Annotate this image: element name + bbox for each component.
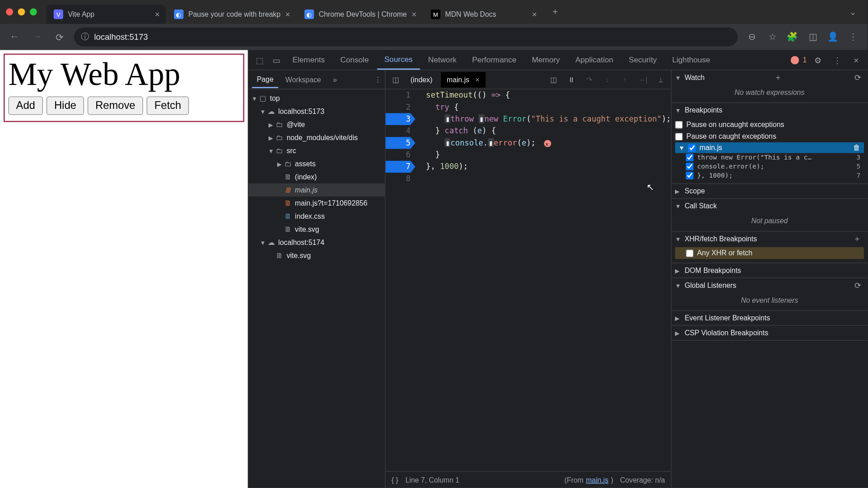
tree-row[interactable]: 🗎vite.svg [249,249,385,262]
navigator-tab-workspace[interactable]: Workspace [281,72,326,87]
editor-tab-mainjs[interactable]: main.js × [441,72,486,87]
code-line[interactable]: setTimeout(() => { [426,89,671,101]
tree-row[interactable]: ▼☁localhost:5173 [249,105,385,118]
tab-sources[interactable]: Sources [377,50,420,70]
tab-security[interactable]: Security [622,51,664,69]
address-bar[interactable]: ⓘ localhost:5173 [74,28,737,47]
browser-tab[interactable]: M MDN Web Docs × [424,5,543,24]
more-icon[interactable]: ⋮ [830,52,845,67]
add-button[interactable]: Add [8,97,42,115]
remove-button[interactable]: Remove [88,97,143,115]
tab-console[interactable]: Console [333,51,376,69]
reload-icon[interactable]: ⟳ [51,28,68,45]
tree-row[interactable]: 🗎main.js [249,183,385,197]
gutter-line[interactable]: 6 [386,149,410,161]
hide-button[interactable]: Hide [47,97,84,115]
error-badge-icon[interactable] [791,56,799,64]
inspect-icon[interactable]: ⬚ [252,52,267,67]
site-info-icon[interactable]: ⓘ [81,32,89,42]
navigator-more-icon[interactable]: ⋮ [374,75,382,84]
sidepanel-icon[interactable]: ◫ [804,28,821,45]
code-line[interactable]: }, 1000); [426,161,671,173]
add-watch-icon[interactable]: ＋ [772,72,785,83]
tab-network[interactable]: Network [421,51,463,69]
close-icon[interactable]: × [849,52,864,67]
csp-bp-section[interactable]: ▶CSP Violation Breakpoints [671,326,868,340]
toggle-navigator-icon[interactable]: ◫ [389,73,402,86]
gutter-line[interactable]: 5 [386,137,410,149]
deactivate-breakpoints-icon[interactable]: ⟂ [654,73,667,86]
code-line[interactable]: try { [426,101,671,113]
tree-row[interactable]: ▼🗀src [249,144,385,157]
code-line[interactable]: ▮throw ▮new Error("This is a caught exce… [426,113,671,125]
browser-tab[interactable]: ◐ Chrome DevTools | Chrome × [297,5,423,24]
close-icon[interactable]: × [155,9,160,19]
back-icon[interactable]: ← [6,28,23,45]
code-editor[interactable]: 12345678 setTimeout(() => { try { ▮throw… [386,89,671,471]
close-window-icon[interactable] [6,8,13,15]
xhr-any-checkbox[interactable]: Any XHR or fetch [675,247,864,259]
pause-caught-checkbox[interactable]: Pause on caught exceptions [675,131,864,142]
tab-performance[interactable]: Performance [465,51,524,69]
menu-icon[interactable]: ⋮ [845,28,862,45]
tab-application[interactable]: Application [568,51,620,69]
step-icon[interactable]: →| [637,73,650,86]
editor-tab-index[interactable]: (index) [405,72,439,87]
gutter-line[interactable]: 4 [386,125,410,137]
scope-section[interactable]: ▶Scope [671,184,868,198]
gutter-line[interactable]: 8 [386,173,410,184]
step-over-icon[interactable]: ↷ [583,73,596,86]
step-out-icon[interactable]: ↑ [618,73,632,86]
refresh-listeners-icon[interactable]: ⟳ [852,281,864,290]
navigator-tab-page[interactable]: Page [252,71,278,88]
close-icon[interactable]: × [475,75,479,84]
tree-row[interactable]: ▼▢top [249,92,385,105]
code-line[interactable]: } [426,149,671,161]
bookmark-icon[interactable]: ☆ [764,28,781,45]
tree-row[interactable]: ▶🗀@vite [249,118,385,131]
source-from-link[interactable]: main.js [586,475,609,483]
file-tree[interactable]: ▼▢top▼☁localhost:5173▶🗀@vite▶🗀node_modul… [249,89,385,488]
tree-row[interactable]: ▶🗀assets [249,157,385,170]
watch-section[interactable]: ▼Watch ＋ ⟳ [671,70,868,85]
close-icon[interactable]: × [532,9,537,19]
gutter-line[interactable]: 3 [386,113,410,125]
code-line[interactable]: } catch (e) { [426,125,671,137]
profile-icon[interactable]: 👤 [825,28,841,45]
breakpoints-section[interactable]: ▼Breakpoints [671,103,868,117]
breakpoint-item[interactable]: }, 1000);7 [675,171,864,180]
tab-lighthouse[interactable]: Lighthouse [665,51,717,69]
delete-icon[interactable]: 🗑 [853,144,860,152]
breakpoint-file[interactable]: ▼ main.js 🗑 [675,142,864,153]
global-listeners-section[interactable]: ▼Global Listeners⟳ [671,278,868,293]
add-xhr-icon[interactable]: ＋ [851,234,864,244]
event-listener-bp-section[interactable]: ▶Event Listener Breakpoints [671,311,868,325]
navigator-overflow[interactable]: » [328,72,342,87]
forward-icon[interactable]: → [28,28,45,45]
code-line[interactable] [426,173,671,184]
device-toggle-icon[interactable]: ▭ [269,52,284,67]
dombp-section[interactable]: ▶DOM Breakpoints [671,263,868,278]
extensions-icon[interactable]: 🧩 [784,28,801,45]
tree-row[interactable]: 🗎vite.svg [249,223,385,236]
braces-icon[interactable]: { } [392,475,398,483]
gutter-line[interactable]: 7 [386,161,410,173]
tab-elements[interactable]: Elements [285,51,332,69]
pause-uncaught-checkbox[interactable]: Pause on uncaught exceptions [675,118,864,130]
tab-memory[interactable]: Memory [525,51,567,69]
step-into-icon[interactable]: ↓ [601,73,614,86]
new-tab-button[interactable]: + [547,4,562,19]
xhr-section[interactable]: ▼XHR/fetch Breakpoints＋ [671,232,868,246]
breakpoint-file-checkbox[interactable] [688,144,696,151]
breakpoint-item[interactable]: console.error(e);5 [675,162,864,171]
code-line[interactable]: ▮console.▮error(e); [426,137,671,149]
gutter-line[interactable]: 2 [386,101,410,113]
fetch-button[interactable]: Fetch [146,97,189,115]
expand-tabs-icon[interactable]: ⌄ [845,5,862,19]
pause-icon[interactable]: ⏸ [565,73,578,86]
tree-row[interactable]: ▼☁localhost:5174 [249,236,385,249]
close-icon[interactable]: × [411,9,416,19]
toggle-debugger-icon[interactable]: ◫ [547,73,560,86]
breakpoint-item[interactable]: throw new Error("This is a c…3 [675,153,864,162]
tree-row[interactable]: ▶🗀node_modules/vite/dis [249,131,385,144]
